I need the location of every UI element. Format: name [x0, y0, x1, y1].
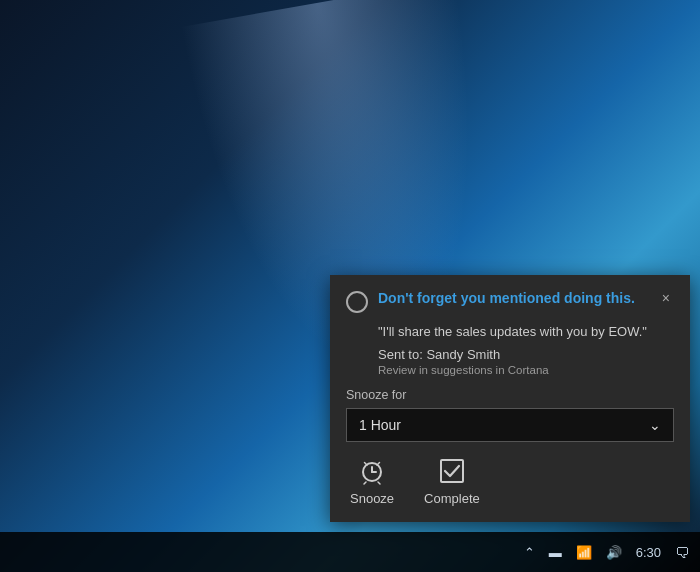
notification-popup: Don't forget you mentioned doing this. ×… [330, 275, 690, 522]
taskbar-battery[interactable]: ▬ [549, 545, 562, 560]
snooze-label-text: Snooze [350, 491, 394, 506]
cortana-circle-icon [346, 291, 368, 313]
svg-line-4 [378, 482, 380, 484]
complete-button[interactable]: Complete [424, 456, 480, 506]
chevron-down-icon: ⌄ [649, 417, 661, 433]
notification-body: "I'll share the sales updates with you b… [346, 323, 674, 376]
notification-sent-to: Sent to: Sandy Smith [378, 347, 674, 362]
snooze-button[interactable]: Snooze [350, 456, 394, 506]
snooze-label: Snooze for [346, 388, 674, 402]
notification-review-link[interactable]: Review in suggestions in Cortana [378, 364, 674, 376]
battery-icon: ▬ [549, 545, 562, 560]
svg-line-6 [377, 463, 380, 466]
taskbar-time: 6:30 [636, 545, 661, 560]
taskbar-wifi[interactable]: 📶 [576, 545, 592, 560]
chat-icon: 🗨 [675, 544, 690, 561]
chevron-up-icon: ⌃ [524, 545, 535, 560]
checkbox-icon [437, 456, 467, 486]
taskbar: ⌃ ▬ 📶 🔊 6:30 🗨 [0, 532, 700, 572]
volume-icon: 🔊 [606, 545, 622, 560]
svg-line-3 [364, 482, 366, 484]
close-button[interactable]: × [658, 289, 674, 307]
taskbar-notifications[interactable]: 🗨 [675, 544, 690, 561]
wifi-icon: 📶 [576, 545, 592, 560]
alarm-clock-icon [357, 456, 387, 486]
notification-actions: Snooze Complete [346, 456, 674, 506]
notification-title: Don't forget you mentioned doing this. [378, 289, 674, 307]
notification-header: Don't forget you mentioned doing this. × [346, 289, 674, 313]
svg-line-5 [365, 463, 368, 466]
taskbar-chevron[interactable]: ⌃ [524, 545, 535, 560]
snooze-value: 1 Hour [359, 417, 401, 433]
notification-quote: "I'll share the sales updates with you b… [378, 323, 674, 341]
complete-label-text: Complete [424, 491, 480, 506]
taskbar-volume[interactable]: 🔊 [606, 545, 622, 560]
snooze-dropdown[interactable]: 1 Hour ⌄ [346, 408, 674, 442]
